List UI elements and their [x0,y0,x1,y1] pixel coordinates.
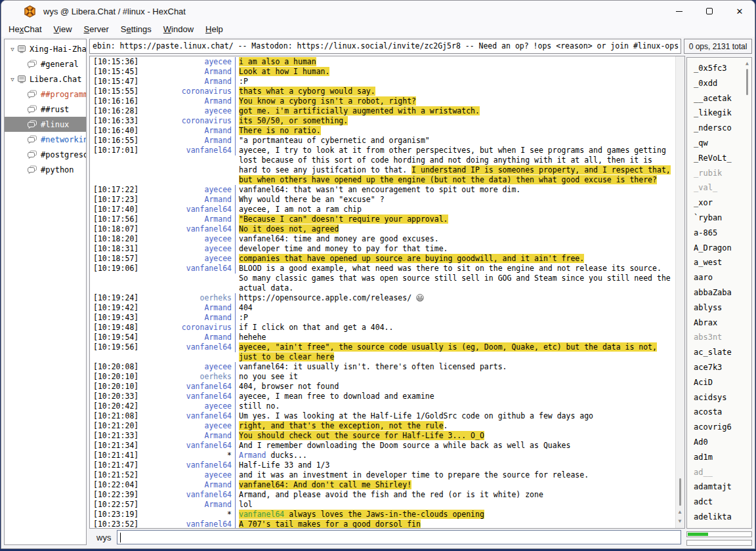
nick: * [144,510,236,520]
menu-label: He [9,24,20,34]
user-list-item[interactable]: __acetak [687,91,751,106]
sidebar-item-linux[interactable]: #linux [5,117,86,132]
menu-item-server[interactable]: Server [78,23,115,35]
menu-item-window[interactable]: Window [158,23,200,35]
nick: ayecee [144,254,236,264]
user-list-item[interactable]: Adeline [687,525,751,529]
menu-item-help[interactable]: Help [200,23,229,35]
timestamp: [10:20:10] [90,372,144,382]
message-segment: There is no ratio. [239,126,321,135]
user-list-item[interactable]: ac_slate [687,345,751,360]
user-list-item[interactable]: _rubik [687,166,751,181]
minimize-button[interactable] [664,1,694,22]
nick: vanfanel64 [144,460,236,470]
expander-open-icon[interactable]: ▽ [8,46,17,52]
chat-message-line: [10:19:56]vanfanel64ayecee, "ain't free"… [90,342,675,362]
scroll-up-icon[interactable]: ▲ [744,60,750,66]
user-list-item[interactable]: aaro [687,270,751,285]
user-list-item[interactable]: ad__ [687,465,751,480]
user-list-item[interactable]: AciD [687,375,751,390]
expander-open-icon[interactable]: ▽ [8,76,17,83]
userlist-scrollbar[interactable]: ▲ [744,58,751,527]
channel-name: ##rust [41,105,69,114]
message-segment: No it does not, agreed [239,224,339,234]
nick: vanfanel64 [144,264,236,274]
message-segment: "Because I can" doesn't require your app… [239,214,448,224]
user-list-item[interactable]: _xor [687,195,751,211]
tree-network-libera-chat[interactable]: ▽ Libera.Chat [5,71,86,87]
sidebar-item-postgresql[interactable]: #postgresql [5,147,86,162]
user-list-item[interactable]: A_Dragon [687,241,751,256]
nick: ayecee [144,362,236,372]
timestamp: [10:21:33] [90,431,144,441]
user-list-item[interactable]: adelikta [687,510,751,525]
user-list-item[interactable]: abbaZaba [687,285,751,300]
maximize-button[interactable] [694,1,724,22]
chat-scrollbar[interactable]: ▲ ▼ [675,56,684,528]
close-button[interactable]: ✕ [724,1,755,22]
user-list-item[interactable]: _qw [687,136,751,151]
user-list-item[interactable]: Ad0 [687,435,751,450]
sidebar-item-python[interactable]: #python [5,162,86,177]
sidebar-item-general[interactable]: #general [5,56,86,71]
user-list-item[interactable]: ablyss [687,300,751,316]
user-list-item[interactable]: ad1m [687,450,751,465]
menu-item-view[interactable]: View [48,23,78,35]
chat-message-line: [10:19:48]coronavirusif I click on that … [90,323,675,333]
nick: ayecee [144,244,236,254]
user-list-item[interactable]: a-865 [687,226,751,241]
ops-count-button[interactable]: 0 ops, 2131 total [684,39,752,54]
user-list-item[interactable]: adct [687,495,751,510]
user-list-item[interactable]: _likegik [687,106,751,121]
message-segment: i am also a human [239,57,316,66]
user-list-item[interactable]: Abrax [687,316,751,331]
chat-log: [10:15:36]ayeceei am also a human[10:15:… [90,57,675,528]
chat-panel: [10:15:36]ayeceei am also a human[10:15:… [89,56,685,529]
timestamp: [10:18:07] [90,224,144,234]
user-list-item[interactable]: _0x5fc3 [687,61,751,76]
chat-message-line: [10:16:33]coronavirusits 50/50, or somet… [90,116,675,126]
scroll-down-icon[interactable]: ▼ [677,518,683,524]
timestamp: [10:17:56] [90,214,144,224]
user-list-item[interactable]: ace7k3 [687,360,751,375]
user-list-item[interactable]: _val_ [687,180,751,195]
message-segment: . [444,421,448,430]
message-segment: Armand [239,451,266,460]
message-input[interactable] [117,531,681,544]
user-list-item[interactable]: a_west [687,255,751,270]
user-list-item[interactable]: adamtajt [687,480,751,495]
user-list-item[interactable]: _0xdd [687,76,751,91]
topic-input[interactable]: ebin: https://paste.linux.chat/ -- Masto… [89,39,681,54]
message-segment: companies that have opened up source are… [239,254,584,263]
message-segment: Um yes. I was looking at the Half-Life 1… [239,411,593,420]
user-list-item[interactable]: acidsys [687,390,751,405]
sidebar-item-networking[interactable]: #networking [5,132,86,147]
user-list-item[interactable]: abs3nt [687,330,751,345]
userlist-scrollbar-thumb[interactable] [746,69,748,95]
scroll-up-icon[interactable]: ▲ [677,509,683,515]
channel-name: #python [41,165,74,174]
sidebar-item-programming[interactable]: ##programming [5,87,86,102]
chat-message-line: [10:18:31]ayeceedeveloper time and money… [90,244,675,254]
nick: ayecee [144,470,236,480]
tree-network-xing-hai-zhai[interactable]: ▽ Xing-Hai-Zhai [5,41,86,56]
timestamp: [10:17:23] [90,195,144,205]
user-list-item[interactable]: acovrig6 [687,420,751,435]
user-list-item[interactable]: `ryban [687,211,751,226]
chat-link[interactable]: https://opensource.apple.com/releases/ [239,293,416,302]
nick: vanfanel64 [144,441,236,451]
chat-bubble-icon [27,120,37,129]
user-list-item[interactable]: _ndersco [687,121,751,136]
sidebar-item-rust[interactable]: ##rust [5,102,86,117]
menu-item-settings[interactable]: Settings [115,23,158,35]
menu-label: iew [59,24,72,34]
user-list-item[interactable]: _ReVoLt_ [687,151,751,166]
menu-label: indow [171,24,194,34]
user-list-item[interactable]: acosta [687,405,751,420]
chat-scrollbar-thumb[interactable] [679,478,681,506]
message-segment: vanfanel64 [239,510,284,519]
timestamp: [10:19:48] [90,323,144,333]
timestamp: [10:19:54] [90,333,144,342]
menu-item-hexchat[interactable]: HexChat [3,23,48,35]
message-text: no you see it [236,372,675,382]
